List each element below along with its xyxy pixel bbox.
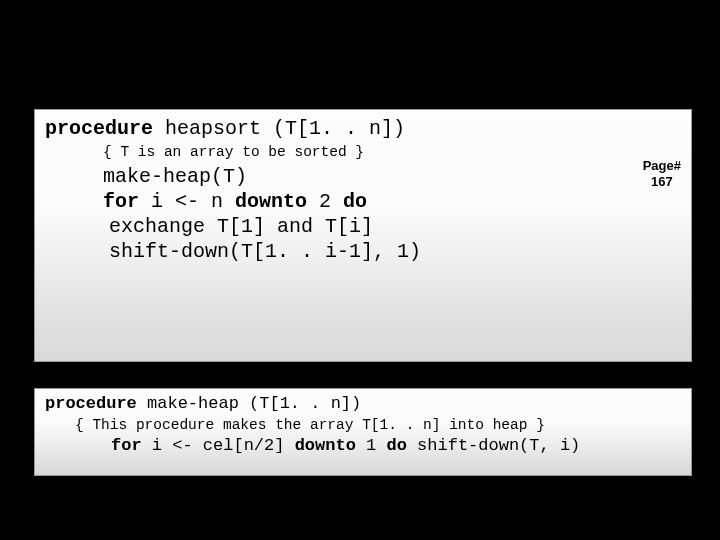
proc-name-2: make-heap (T[1. . n]) <box>137 394 361 413</box>
code-line-exchange: exchange T[1] and T[i] <box>109 214 681 239</box>
keyword-for-2: for <box>111 436 142 455</box>
page-number-tag: Page# 167 <box>643 158 681 191</box>
code-line-makeheap: make-heap(T) <box>103 164 681 189</box>
for-mid: i <- n <box>139 190 235 213</box>
code-line-shiftdown: shift-down(T[1. . i-1], 1) <box>109 239 681 264</box>
keyword-downto: downto <box>235 190 307 213</box>
keyword-procedure: procedure <box>45 117 153 140</box>
for-rest: 2 <box>307 190 343 213</box>
page-num: 167 <box>651 174 673 189</box>
for2-rest: shift-down(T, i) <box>407 436 580 455</box>
for2-mid: i <- cel[n/2] <box>142 436 295 455</box>
keyword-procedure-2: procedure <box>45 394 137 413</box>
comment-1: { T is an array to be sorted } <box>103 142 681 164</box>
code-line-for: for i <- n downto 2 do <box>103 189 681 214</box>
comment-2: { This procedure makes the array T[1. . … <box>75 415 681 435</box>
code-line-for-2: for i <- cel[n/2] downto 1 do shift-down… <box>111 435 681 457</box>
keyword-do-2: do <box>386 436 406 455</box>
proc-header-1: procedure heapsort (T[1. . n]) <box>45 116 681 142</box>
for2-mid2: 1 <box>356 436 387 455</box>
code-panel-heapsort: procedure heapsort (T[1. . n]) { T is an… <box>34 109 692 362</box>
proc-header-2: procedure make-heap (T[1. . n]) <box>45 393 681 415</box>
proc-name-1: heapsort (T[1. . n]) <box>153 117 405 140</box>
keyword-downto-2: downto <box>295 436 356 455</box>
page-label: Page# <box>643 158 681 173</box>
code-panel-makeheap: procedure make-heap (T[1. . n]) { This p… <box>34 388 692 476</box>
keyword-do: do <box>343 190 367 213</box>
keyword-for: for <box>103 190 139 213</box>
